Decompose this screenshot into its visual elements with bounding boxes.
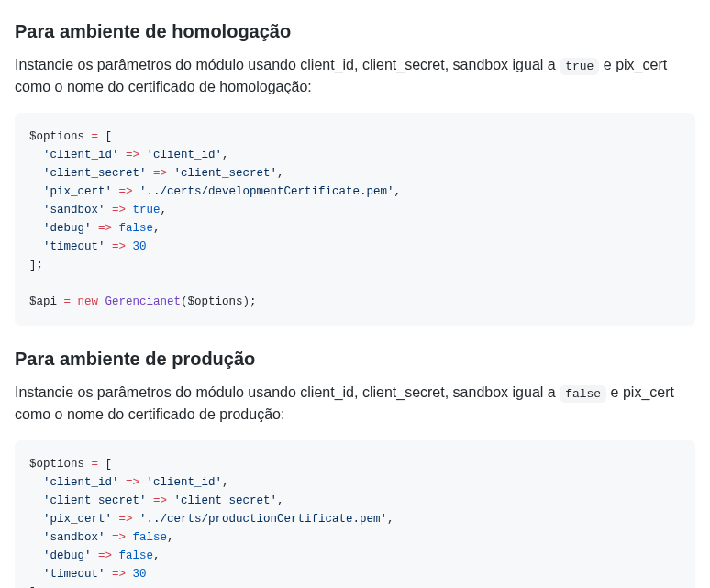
code-token: =>: [119, 149, 147, 161]
code-token: 'client_secret': [174, 494, 278, 507]
inline-code-true: true: [560, 58, 599, 75]
code-token: =: [64, 295, 72, 308]
code-token: [29, 167, 43, 180]
code-token: ,: [277, 494, 284, 507]
code-token: false: [119, 222, 154, 235]
code-token: [: [98, 458, 112, 471]
para-text: Instancie os parâmetros do módulo usando…: [15, 57, 560, 72]
code-token: [29, 240, 43, 253]
code-token: =>: [147, 167, 174, 180]
heading-producao: Para ambiente de produção: [15, 348, 695, 371]
code-token: '../certs/developmentCertificate.pem': [139, 185, 394, 198]
code-token: 'timeout': [43, 568, 105, 581]
code-token: [: [98, 130, 112, 143]
code-token: [29, 549, 43, 562]
code-token: 30: [133, 568, 147, 581]
code-token: =>: [92, 222, 119, 235]
code-token: =>: [105, 240, 133, 253]
code-token: =>: [147, 494, 174, 507]
code-token: $api: [29, 295, 64, 308]
code-token: 'client_id': [147, 476, 223, 489]
code-token: [29, 222, 43, 235]
code-token: =>: [119, 476, 147, 489]
paragraph-homologacao: Instancie os parâmetros do módulo usando…: [15, 54, 695, 98]
code-block-homologacao: $options = [ 'client_id' => 'client_id',…: [15, 113, 695, 326]
code-token: [29, 494, 43, 507]
code-token: ,: [222, 149, 229, 161]
code-token: 'client_id': [147, 149, 223, 161]
code-token: [29, 185, 43, 198]
code-token: 'client_id': [43, 476, 119, 489]
code-token: =: [92, 458, 99, 471]
code-token: [29, 476, 43, 489]
code-token: [29, 204, 43, 216]
code-token: [29, 531, 43, 544]
code-token: [98, 295, 105, 308]
code-token: ($options);: [181, 295, 257, 308]
code-token: 'client_secret': [43, 494, 147, 507]
code-token: ,: [153, 549, 161, 562]
code-token: =>: [112, 185, 139, 198]
code-token: 'timeout': [43, 240, 105, 253]
code-token: 30: [133, 240, 147, 253]
code-token: 'sandbox': [43, 204, 105, 216]
code-token: 'debug': [43, 549, 92, 562]
code-token: ,: [153, 222, 161, 235]
code-token: [29, 149, 43, 161]
code-token: 'client_secret': [174, 167, 278, 180]
code-token: ,: [167, 531, 174, 544]
code-token: new: [78, 295, 99, 308]
code-token: ,: [161, 204, 168, 216]
code-token: 'client_id': [43, 149, 119, 161]
code-token: ,: [277, 167, 284, 180]
code-token: ,: [394, 185, 402, 198]
code-token: =>: [105, 568, 133, 581]
code-token: =>: [105, 204, 133, 216]
code-token: 'debug': [43, 222, 92, 235]
code-token: $options: [29, 458, 92, 471]
code-token: false: [133, 531, 168, 544]
code-token: Gerencianet: [105, 295, 182, 308]
code-token: ];: [29, 259, 43, 272]
code-token: ,: [387, 513, 394, 526]
paragraph-producao: Instancie os parâmetros do módulo usando…: [15, 382, 695, 426]
code-token: true: [133, 204, 161, 216]
code-token: 'pix_cert': [43, 185, 112, 198]
code-token: 'sandbox': [43, 531, 105, 544]
code-token: =>: [92, 549, 119, 562]
para-text: Instancie os parâmetros do módulo usando…: [15, 384, 560, 400]
code-token: [29, 568, 43, 581]
code-token: ,: [222, 476, 229, 489]
inline-code-false: false: [560, 385, 606, 403]
code-token: '../certs/productionCertificate.pem': [139, 513, 387, 526]
heading-homologacao: Para ambiente de homologação: [15, 20, 695, 43]
code-token: =>: [112, 513, 139, 526]
code-token: $options: [29, 130, 92, 143]
code-token: =: [92, 130, 99, 143]
code-token: =>: [105, 531, 133, 544]
code-token: [71, 295, 78, 308]
code-token: false: [119, 549, 154, 562]
code-token: 'pix_cert': [43, 513, 112, 526]
code-token: 'client_secret': [43, 167, 147, 180]
code-block-producao: $options = [ 'client_id' => 'client_id',…: [15, 440, 695, 588]
code-token: [29, 513, 43, 526]
